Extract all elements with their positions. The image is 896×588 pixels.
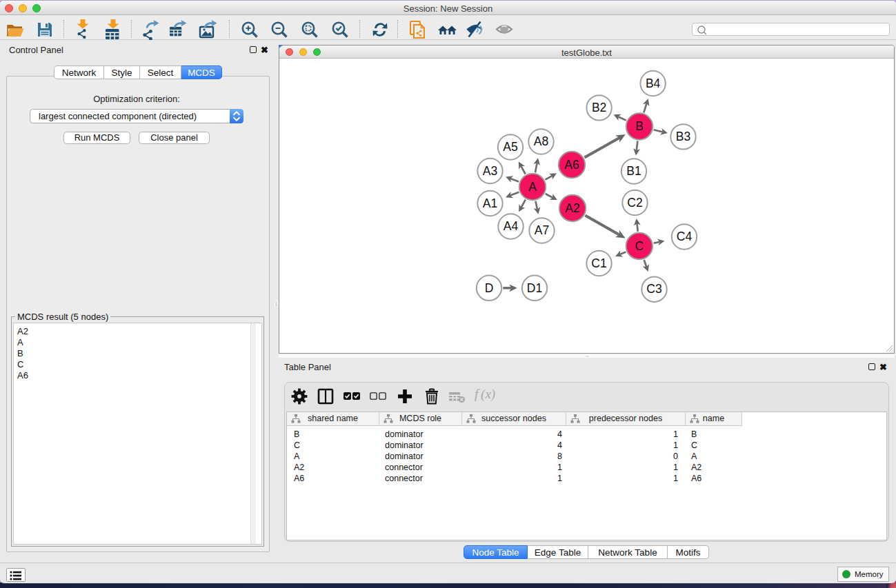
svg-text:A8: A8 [534, 134, 548, 148]
svg-text:C3: C3 [646, 282, 661, 296]
svg-text:A6: A6 [564, 158, 579, 172]
svg-text:B: B [635, 119, 644, 133]
svg-text:A1: A1 [483, 196, 497, 210]
svg-text:B1: B1 [626, 164, 641, 178]
svg-text:C1: C1 [591, 256, 606, 270]
svg-text:A3: A3 [483, 164, 497, 178]
svg-text:A2: A2 [565, 201, 579, 215]
svg-text:A7: A7 [535, 223, 549, 237]
svg-text:A4: A4 [504, 219, 519, 233]
svg-text:A: A [528, 180, 537, 194]
svg-text:D1: D1 [527, 281, 542, 295]
svg-text:C: C [635, 239, 644, 253]
svg-text:C2: C2 [627, 196, 642, 210]
svg-text:A5: A5 [503, 140, 517, 154]
svg-text:B3: B3 [676, 130, 690, 143]
svg-text:C4: C4 [677, 230, 693, 243]
svg-text:D: D [485, 281, 494, 295]
svg-text:B2: B2 [592, 101, 606, 114]
svg-text:B4: B4 [646, 77, 661, 90]
